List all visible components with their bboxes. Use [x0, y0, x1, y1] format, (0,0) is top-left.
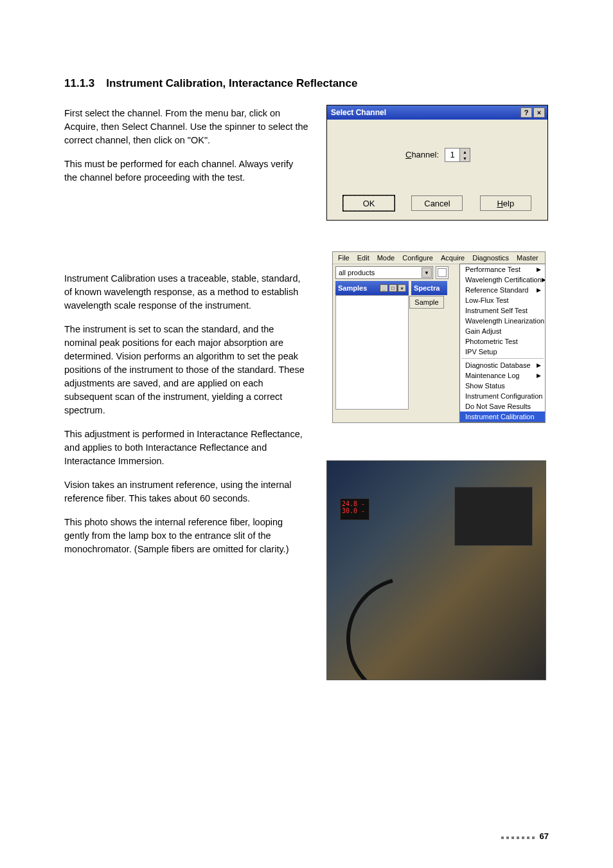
app-window-screenshot: File Edit Mode Configure Acquire Diagnos…: [332, 251, 546, 423]
menu-diagnostics[interactable]: Diagnostics: [469, 253, 512, 262]
help-button[interactable]: Help: [480, 195, 531, 211]
footer-dots-icon: [501, 831, 537, 841]
paragraph: Vision takes an instrument reference, us…: [64, 478, 308, 505]
samples-subwindow-title: Samples _□×: [335, 281, 409, 295]
menu-mode[interactable]: Mode: [374, 253, 398, 262]
paragraph: Instrument Calibration uses a traceable,…: [64, 272, 308, 312]
section-heading: 11.1.3Instrument Calibration, Interactan…: [64, 77, 549, 90]
menuitem-wavelength-certification[interactable]: Wavelength Certification▶: [460, 275, 545, 285]
menuitem-reference-standard[interactable]: Reference Standard▶: [460, 285, 545, 295]
menuitem-ipv-setup[interactable]: IPV Setup: [460, 347, 545, 357]
cancel-button[interactable]: Cancel: [411, 195, 463, 211]
paragraph: First select the channel. From the menu …: [64, 107, 308, 147]
menuitem-show-status[interactable]: Show Status: [460, 381, 545, 391]
menuitem-instrument-calibration[interactable]: Instrument Calibration: [460, 411, 545, 422]
paragraph: The instrument is set to scan the standa…: [64, 323, 308, 417]
help-icon[interactable]: ?: [520, 107, 532, 118]
menuitem-wavelength-linearization[interactable]: Wavelength Linearization: [460, 316, 545, 326]
dialog-titlebar: Select Channel ? ×: [327, 105, 547, 120]
diagnostics-dropdown: Performance Test▶ Wavelength Certificati…: [459, 264, 546, 422]
menu-acquire[interactable]: Acquire: [438, 253, 468, 262]
menu-edit[interactable]: Edit: [354, 253, 373, 262]
close-icon[interactable]: ×: [533, 107, 545, 118]
spinner-down-icon[interactable]: ▼: [460, 155, 470, 161]
menu-view[interactable]: View: [543, 253, 546, 262]
products-combo[interactable]: all products ▼: [335, 266, 433, 279]
page-number: 67: [540, 831, 549, 841]
menu-file[interactable]: File: [335, 253, 353, 262]
body-text-column: First select the channel. From the menu …: [64, 107, 308, 556]
menuitem-do-not-save-results[interactable]: Do Not Save Results: [460, 401, 545, 411]
menuitem-instrument-configuration[interactable]: Instrument Configuration: [460, 391, 545, 401]
menuitem-performance-test[interactable]: Performance Test▶: [460, 264, 545, 275]
select-channel-dialog: Select Channel ? × Channel: 1 ▲ ▼ OK Can…: [326, 105, 548, 221]
spinner-up-icon[interactable]: ▲: [460, 149, 470, 155]
samples-panel: Sample: [335, 295, 409, 410]
instrument-photo: 24.8 - 30.0 -: [326, 460, 546, 680]
maximize-icon[interactable]: □: [389, 284, 397, 292]
heading-number: 11.1.3: [64, 77, 94, 90]
chevron-down-icon[interactable]: ▼: [422, 267, 432, 278]
menu-configure[interactable]: Configure: [399, 253, 436, 262]
dialog-title: Select Channel: [331, 108, 386, 117]
menu-master[interactable]: Master: [513, 253, 542, 262]
menuitem-diagnostic-database[interactable]: Diagnostic Database▶: [460, 360, 545, 370]
temperature-display: 24.8 - 30.0 -: [340, 498, 369, 520]
heading-title: Instrument Calibration, Interactance Ref…: [106, 77, 357, 89]
new-document-icon[interactable]: [436, 266, 449, 279]
spectra-subwindow-title: Spectra: [411, 281, 447, 295]
channel-label: Channel:: [405, 150, 439, 159]
menuitem-instrument-self-test[interactable]: Instrument Self Test: [460, 305, 545, 316]
channel-spinner[interactable]: 1 ▲ ▼: [445, 148, 470, 162]
menuitem-low-flux-test[interactable]: Low-Flux Test: [460, 295, 545, 305]
paragraph: This must be performed for each channel.…: [64, 158, 308, 185]
page-footer: 67: [501, 831, 549, 841]
channel-value[interactable]: 1: [445, 148, 460, 162]
paragraph: This photo shows the internal reference …: [64, 516, 308, 556]
sample-tab[interactable]: Sample: [409, 296, 444, 309]
menuitem-gain-adjust[interactable]: Gain Adjust: [460, 326, 545, 336]
paragraph: This adjustment is performed in Interact…: [64, 428, 308, 468]
close-icon[interactable]: ×: [398, 284, 406, 292]
combo-value: all products: [339, 269, 375, 276]
menuitem-photometric-test[interactable]: Photometric Test: [460, 336, 545, 347]
menuitem-maintenance-log[interactable]: Maintenance Log▶: [460, 370, 545, 381]
menu-bar: File Edit Mode Configure Acquire Diagnos…: [333, 252, 545, 264]
minimize-icon[interactable]: _: [380, 284, 388, 292]
ok-button[interactable]: OK: [343, 195, 395, 211]
